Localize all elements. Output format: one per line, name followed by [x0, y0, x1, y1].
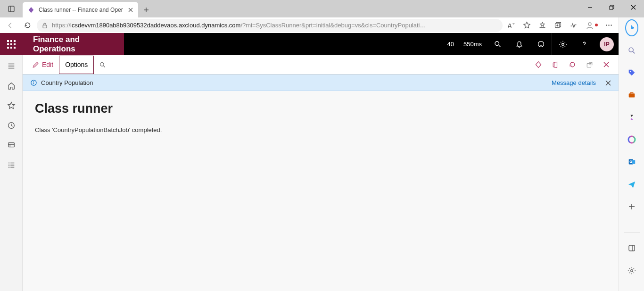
browser-chrome: Class runner -- Finance and Oper https:/…	[0, 0, 644, 33]
svg-line-20	[633, 51, 635, 53]
options-button[interactable]: Options	[59, 56, 94, 74]
nav-recent-button[interactable]	[7, 121, 16, 130]
app-frame: Finance and Operations 40 550ms IP Edit …	[0, 33, 619, 291]
outlook-sidebar-button[interactable]	[625, 156, 638, 168]
stat-timing: 550ms	[459, 41, 487, 48]
svg-point-21	[630, 71, 631, 72]
message-close-button[interactable]	[605, 80, 611, 86]
svg-rect-0	[8, 6, 14, 12]
svg-point-48	[538, 42, 544, 47]
action-refresh-button[interactable]	[564, 56, 581, 74]
svg-rect-22	[628, 94, 635, 98]
address-bar[interactable]: https://lcsdevvm1890ab8b9309532daddevaos…	[37, 19, 503, 32]
svg-rect-10	[43, 25, 47, 28]
nav-refresh-button[interactable]	[20, 19, 35, 32]
performance-button[interactable]	[570, 21, 578, 29]
action-office-button[interactable]	[547, 56, 564, 74]
svg-rect-7	[610, 6, 613, 9]
svg-rect-25	[632, 160, 635, 164]
copilot-sidebar-button[interactable]	[625, 133, 638, 146]
window-minimize-button[interactable]	[579, 0, 601, 14]
app-launcher-button[interactable]	[0, 33, 23, 55]
svg-point-23	[628, 136, 635, 143]
read-aloud-button[interactable]	[507, 21, 515, 29]
favorite-star-button[interactable]	[523, 21, 531, 29]
svg-point-49	[561, 43, 564, 45]
message-text: Country Population	[41, 79, 93, 86]
svg-point-32	[630, 269, 633, 272]
window-close-button[interactable]	[622, 0, 644, 14]
action-close-button[interactable]	[598, 56, 615, 74]
nav-modules-button[interactable]	[7, 161, 16, 169]
left-nav-rail	[0, 55, 23, 291]
add-sidebar-button[interactable]	[625, 200, 638, 213]
profile-button[interactable]	[585, 21, 597, 30]
user-avatar[interactable]: IP	[600, 37, 614, 51]
sidebar-panel-toggle[interactable]	[625, 242, 638, 255]
svg-point-15	[588, 23, 591, 25]
favicon-icon	[27, 6, 35, 14]
action-popout-button[interactable]	[581, 56, 598, 74]
edge-sidebar	[619, 17, 644, 291]
action-search-button[interactable]	[94, 56, 111, 74]
new-tab-button[interactable]	[138, 2, 154, 17]
brand-title: Finance and Operations	[23, 33, 124, 55]
svg-point-46	[495, 42, 499, 46]
top-feedback-button[interactable]	[530, 33, 552, 55]
info-icon	[30, 79, 37, 86]
tab-strip: Class runner -- Finance and Oper	[0, 0, 619, 17]
address-row: https://lcsdevvm1890ab8b9309532daddevaos…	[0, 17, 619, 33]
action-attach-button[interactable]	[530, 56, 547, 74]
lock-icon	[41, 22, 48, 29]
nav-favorites-button[interactable]	[7, 101, 16, 110]
nav-home-button[interactable]	[7, 82, 16, 90]
main-column: Finance and Operations 40 550ms IP Edit …	[23, 33, 619, 291]
profile-notification-dot	[595, 24, 598, 26]
page-title: Class runner	[35, 101, 606, 116]
svg-point-17	[608, 25, 609, 25]
nav-menu-button[interactable]	[7, 62, 16, 70]
nav-workspaces-button[interactable]	[7, 141, 16, 150]
svg-point-27	[630, 161, 631, 163]
favorites-list-button[interactable]	[538, 21, 546, 29]
app-top-bar: Finance and Operations 40 550ms IP	[23, 33, 619, 55]
top-notifications-button[interactable]	[508, 33, 530, 55]
url-text: https://lcsdevvm1890ab8b9309532daddevaos…	[52, 22, 426, 29]
send-sidebar-button[interactable]	[625, 178, 638, 191]
stat-count: 40	[443, 41, 459, 48]
collections-button[interactable]	[554, 21, 562, 29]
svg-point-50	[100, 62, 104, 66]
address-bar-actions	[504, 21, 616, 30]
top-search-button[interactable]	[487, 33, 508, 55]
message-bar: Country Population Message details	[23, 75, 619, 91]
bing-chat-button[interactable]	[625, 21, 638, 34]
waffle-icon	[7, 40, 16, 49]
briefcase-sidebar-button[interactable]	[625, 89, 638, 101]
top-settings-button[interactable]	[552, 33, 573, 55]
action-pane: Edit Options	[23, 55, 619, 75]
tag-sidebar-button[interactable]	[625, 66, 638, 79]
options-label: Options	[65, 61, 88, 68]
message-details-link[interactable]: Message details	[552, 79, 596, 86]
svg-line-47	[499, 45, 500, 47]
svg-point-58	[33, 81, 34, 82]
window-maximize-button[interactable]	[601, 0, 622, 14]
sidebar-settings-button[interactable]	[625, 264, 638, 277]
top-help-button[interactable]	[573, 33, 595, 55]
svg-point-18	[611, 25, 611, 25]
more-menu-button[interactable]	[605, 21, 613, 29]
svg-rect-37	[8, 143, 14, 147]
svg-point-16	[606, 25, 607, 25]
search-sidebar-button[interactable]	[625, 44, 638, 57]
edit-label: Edit	[42, 61, 53, 68]
games-sidebar-button[interactable]	[625, 111, 638, 124]
tab-actions-button[interactable]	[0, 0, 23, 17]
edit-button[interactable]: Edit	[26, 56, 59, 74]
svg-rect-30	[629, 245, 635, 251]
tab-close-button[interactable]	[127, 6, 134, 14]
browser-tab[interactable]: Class runner -- Finance and Oper	[23, 2, 138, 17]
window-controls	[579, 0, 644, 14]
nav-back-button[interactable]	[3, 19, 18, 32]
page-message: Class 'CountryPopulationBatchJob' comple…	[35, 126, 606, 133]
svg-line-51	[104, 66, 105, 67]
